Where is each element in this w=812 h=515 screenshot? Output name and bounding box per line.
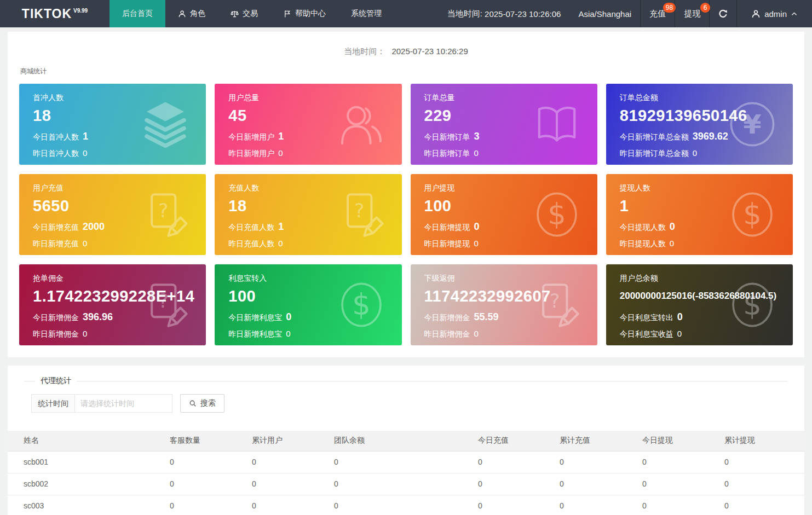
card-yesterday-value: 0	[83, 239, 87, 248]
nav-item-1[interactable]: 角色	[165, 0, 218, 27]
table-cell: 0	[626, 473, 709, 495]
card-yesterday-value: 0	[474, 239, 479, 248]
doc-edit-icon: ?	[140, 280, 191, 330]
table-column-header: 累计用户	[236, 431, 318, 451]
card-today-label: 今日利息宝转出	[620, 313, 673, 322]
mall-stats-panel: 当地时间： 2025-07-23 10:26:29 商城统计 首冲人数18今日首…	[8, 32, 804, 357]
stat-time-label: 统计时间	[31, 394, 75, 413]
card-today-label: 今日新增佣金	[424, 313, 470, 322]
dollar-circle-icon: $	[727, 280, 778, 330]
nav-item-0[interactable]: 后台首页	[110, 0, 165, 27]
card-today-label: 今日新增订单	[424, 132, 470, 141]
card-today-value: 0	[677, 311, 683, 322]
time-label: 当地时间：	[344, 47, 385, 56]
svg-text:?: ?	[550, 290, 560, 312]
doc-edit-icon: ?	[336, 189, 387, 240]
nav-item-2[interactable]: 交易	[218, 0, 270, 27]
card-today-value: 1	[278, 131, 284, 142]
svg-text:?: ?	[354, 200, 365, 222]
card-yesterday-label: 昨日新增佣金	[33, 329, 79, 338]
search-button[interactable]: 搜索	[180, 394, 224, 413]
chevron-up-icon	[791, 10, 798, 18]
stat-card-0: 首冲人数18今日首冲人数1昨日首冲人数0	[19, 84, 206, 165]
card-yesterday-line: 昨日首冲人数0	[33, 148, 206, 159]
card-today-value: 1	[83, 131, 88, 142]
refresh-icon	[718, 9, 728, 19]
recharge-button[interactable]: 充值 98	[640, 0, 675, 27]
card-yesterday-value: 0	[83, 329, 87, 338]
card-today-value: 0	[474, 221, 480, 232]
stat-card-4: 用户充值5650今日新增充值2000昨日新增充值0?	[19, 174, 206, 255]
local-time-label: 当地时间:	[447, 9, 482, 19]
card-today-label: 今日提现人数	[620, 223, 666, 232]
dollar-circle-icon: $	[727, 189, 778, 240]
card-yesterday-value: 0	[474, 148, 479, 158]
table-cell: 0	[626, 451, 709, 473]
navbar-right: 当地时间: 2025-07-23 10:26:06 Asia/Shanghai …	[439, 0, 812, 27]
stat-card-2: 订单总量229今日新增订单3昨日新增订单0	[411, 84, 597, 165]
table-cell: 0	[154, 451, 236, 473]
svg-text:$: $	[548, 197, 566, 232]
flag-icon	[283, 10, 291, 18]
username: admin	[764, 9, 787, 19]
card-yesterday-line: 昨日新增佣金0	[424, 329, 597, 339]
card-today-value: 3969.62	[693, 131, 728, 142]
table-cell: 0	[544, 495, 626, 515]
card-yesterday-line: 昨日新增利息宝0	[228, 329, 401, 339]
card-yesterday-line: 今日利息宝收益0	[620, 329, 793, 339]
card-yesterday-label: 昨日新增佣金	[424, 329, 470, 338]
user-icon	[751, 9, 761, 19]
stat-card-11: 用户总余额20000000125016(-8583626880104.5)今日利…	[606, 264, 793, 345]
nav-item-label: 角色	[190, 9, 205, 19]
card-yesterday-label: 昨日新增利息宝	[228, 329, 282, 338]
nav-item-label: 后台首页	[122, 9, 153, 19]
dollar-circle-icon: $	[336, 280, 387, 330]
refresh-button[interactable]	[709, 0, 736, 27]
logo: TIKTOK V9.99	[0, 0, 110, 27]
card-today-value: 3	[474, 131, 480, 142]
agent-table: 姓名客服数量累计用户团队余额今日充值累计充值今日提现累计提现 scb001000…	[8, 431, 804, 515]
stat-time-input[interactable]	[75, 394, 172, 413]
local-time-header: 当地时间: 2025-07-23 10:26:06	[439, 0, 570, 27]
card-yesterday-line: 昨日新增订单总金额0	[620, 148, 793, 159]
stat-card-1: 用户总量45今日新增用户1昨日新增用户0	[215, 84, 401, 165]
card-today-label: 今日首冲人数	[33, 132, 79, 141]
card-today-label: 今日新增订单总金额	[620, 132, 689, 141]
withdraw-button[interactable]: 提现 6	[675, 0, 709, 27]
section-title-mall-stats: 商城统计	[8, 62, 804, 84]
table-body: scb0010000000scb0020000000sc0030000000	[8, 451, 804, 515]
card-yesterday-value: 0	[278, 239, 283, 248]
user-menu[interactable]: admin	[736, 0, 812, 27]
card-today-label: 今日新增用户	[228, 132, 274, 141]
table-cell: 0	[709, 473, 804, 495]
nav-item-label: 交易	[243, 9, 258, 19]
card-yesterday-value: 0	[474, 329, 479, 338]
card-yesterday-value: 0	[286, 329, 290, 338]
doc-edit-icon: ?	[532, 280, 582, 330]
nav-item-label: 系统管理	[351, 9, 382, 19]
table-cell: 0	[709, 451, 804, 473]
agent-name-cell: scb002	[8, 473, 154, 495]
table-column-header: 今日提现	[626, 431, 709, 451]
agent-filter-row: 统计时间 搜索	[31, 394, 804, 413]
timezone: Asia/Shanghai	[569, 0, 640, 27]
table-cell: 0	[462, 451, 544, 473]
table-cell: 0	[626, 495, 709, 515]
card-today-label: 今日新增提现	[424, 223, 470, 232]
table-column-header: 今日充值	[462, 431, 544, 451]
card-yesterday-label: 昨日新增订单	[424, 149, 470, 158]
stat-card-9: 利息宝转入100今日新增利息宝0昨日新增利息宝0$	[215, 264, 401, 345]
nav-item-4[interactable]: 系统管理	[338, 0, 394, 27]
nav-item-3[interactable]: 帮助中心	[270, 0, 338, 27]
layers-icon	[140, 99, 191, 149]
table-cell: 0	[154, 495, 236, 515]
card-yesterday-value: 0	[278, 148, 283, 158]
stat-card-6: 用户提现100今日新增提现0昨日新增提现0$	[411, 174, 597, 255]
agent-stats-panel: 代理统计 统计时间 搜索 姓名客服数量累计用户团队余额今日充值累计充值今日提现累…	[8, 366, 804, 515]
table-row: scb0010000000	[8, 451, 804, 473]
table-column-header: 累计提现	[709, 431, 804, 451]
section-title-agent-stats: 代理统计	[35, 376, 77, 386]
scales-icon	[231, 10, 239, 18]
agent-name-cell: scb001	[8, 451, 154, 473]
card-today-value: 55.59	[474, 311, 499, 322]
